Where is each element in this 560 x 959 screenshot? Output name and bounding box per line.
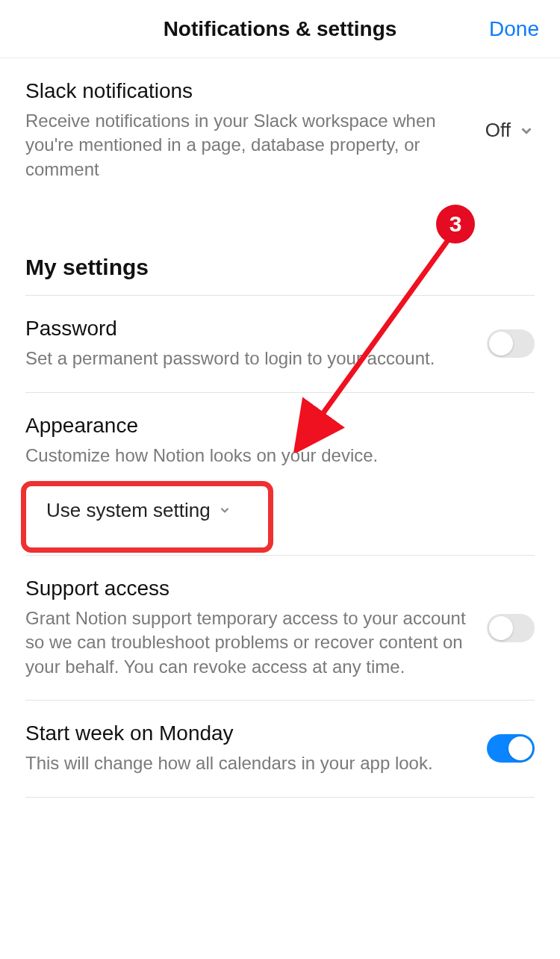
- annotation-badge-text: 3: [449, 211, 462, 237]
- support-title: Support access: [25, 577, 472, 600]
- slack-value[interactable]: Off: [485, 119, 535, 142]
- toggle-knob: [489, 332, 513, 356]
- page-title: Notifications & settings: [164, 17, 397, 41]
- slack-desc: Receive notifications in your Slack work…: [25, 109, 470, 181]
- start-week-toggle[interactable]: [487, 734, 535, 763]
- start-week-desc: This will change how all calendars in yo…: [25, 751, 472, 775]
- toggle-knob: [489, 616, 513, 640]
- appearance-select[interactable]: Use system setting: [25, 481, 252, 540]
- password-row: Password Set a permanent password to log…: [25, 296, 535, 391]
- my-settings-heading: My settings: [25, 255, 535, 280]
- start-week-title: Start week on Monday: [25, 721, 472, 745]
- start-week-row: Start week on Monday This will change ho…: [25, 701, 535, 796]
- slack-title: Slack notifications: [25, 79, 470, 103]
- appearance-title: Appearance: [25, 414, 535, 438]
- done-button[interactable]: Done: [489, 17, 539, 41]
- password-title: Password: [25, 317, 472, 341]
- header-bar: Notifications & settings Done: [0, 0, 560, 58]
- support-toggle[interactable]: [487, 614, 535, 642]
- support-desc: Grant Notion support temporary access to…: [25, 606, 472, 679]
- appearance-selected-value: Use system setting: [46, 499, 211, 522]
- toggle-knob: [508, 736, 532, 760]
- appearance-desc: Customize how Notion looks on your devic…: [25, 444, 535, 468]
- annotation-badge: 3: [436, 205, 475, 243]
- slack-notifications-row[interactable]: Slack notifications Receive notification…: [25, 58, 535, 202]
- chevron-down-icon: [218, 503, 231, 517]
- divider: [25, 797, 535, 798]
- slack-value-text: Off: [485, 119, 511, 142]
- support-access-row: Support access Grant Notion support temp…: [25, 556, 535, 700]
- appearance-section: Appearance Customize how Notion looks on…: [25, 393, 535, 540]
- password-desc: Set a permanent password to login to you…: [25, 347, 472, 370]
- chevron-down-icon: [518, 122, 535, 139]
- password-toggle[interactable]: [487, 329, 535, 358]
